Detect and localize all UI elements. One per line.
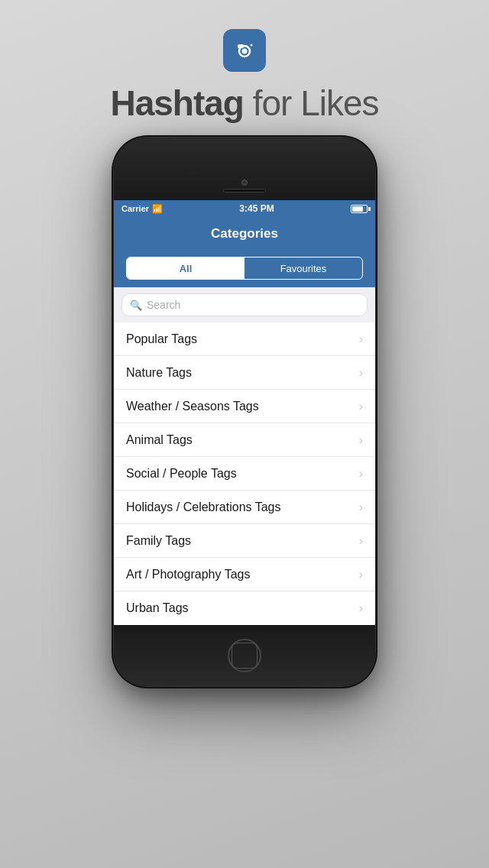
svg-point-2 — [242, 49, 248, 54]
list-item[interactable]: Popular Tags › — [114, 322, 375, 356]
list-item[interactable]: Family Tags › — [114, 524, 375, 558]
phone-mockup: Carrier 📶 3:45 PM Categories All Favou — [99, 138, 390, 686]
chevron-icon: › — [359, 467, 363, 481]
app-title-bold: Hashtag — [110, 83, 243, 123]
status-time: 3:45 PM — [239, 203, 274, 214]
search-bar[interactable]: 🔍 Search — [121, 293, 368, 316]
item-label-art: Art / Photography Tags — [126, 568, 250, 581]
app-icon — [223, 29, 266, 72]
chevron-icon: › — [359, 500, 363, 514]
list-item[interactable]: Urban Tags › — [114, 591, 375, 625]
battery-icon — [351, 205, 368, 213]
phone-screen: Carrier 📶 3:45 PM Categories All Favou — [114, 200, 375, 625]
battery-fill — [352, 206, 363, 212]
phone-speaker — [223, 189, 266, 193]
item-label-urban: Urban Tags — [126, 601, 189, 615]
chevron-icon: › — [359, 568, 363, 581]
phone-body: Carrier 📶 3:45 PM Categories All Favou — [114, 138, 375, 686]
carrier-label: Carrier — [121, 204, 149, 213]
search-icon: 🔍 — [130, 300, 142, 311]
chevron-icon: › — [359, 601, 363, 615]
phone-top-bezel — [114, 138, 375, 200]
list-item[interactable]: Art / Photography Tags › — [114, 558, 375, 591]
chevron-icon: › — [359, 534, 363, 548]
chevron-icon: › — [359, 433, 363, 447]
camera-icon — [230, 36, 259, 65]
item-label-weather: Weather / Seasons Tags — [126, 400, 259, 413]
item-label-nature: Nature Tags — [126, 366, 192, 380]
phone-bottom-bezel — [114, 625, 375, 686]
navigation-bar: Categories — [114, 217, 375, 251]
status-left: Carrier 📶 — [121, 204, 163, 214]
categories-list: Popular Tags › Nature Tags › Weather / S… — [114, 322, 375, 625]
item-label-social: Social / People Tags — [126, 467, 237, 481]
segmented-control: All Favourites — [126, 257, 363, 280]
home-button[interactable] — [228, 639, 261, 672]
segmented-wrapper: All Favourites — [114, 251, 375, 287]
chevron-icon: › — [359, 332, 363, 346]
search-placeholder: Search — [147, 299, 180, 311]
item-label-popular: Popular Tags — [126, 332, 197, 346]
svg-rect-3 — [238, 44, 244, 48]
tab-favourites[interactable]: Favourites — [244, 257, 362, 279]
status-bar: Carrier 📶 3:45 PM — [114, 200, 375, 217]
list-item[interactable]: Holidays / Celebrations Tags › — [114, 491, 375, 524]
home-button-inner — [232, 643, 257, 669]
tab-all[interactable]: All — [127, 257, 244, 279]
wifi-icon: 📶 — [152, 204, 163, 214]
list-item[interactable]: Weather / Seasons Tags › — [114, 390, 375, 423]
item-label-holidays: Holidays / Celebrations Tags — [126, 500, 280, 514]
app-title-light: for Likes — [244, 83, 379, 123]
nav-title: Categories — [211, 226, 278, 241]
phone-camera — [241, 180, 248, 186]
svg-point-4 — [251, 44, 253, 47]
list-item[interactable]: Social / People Tags › — [114, 457, 375, 491]
list-item[interactable]: Nature Tags › — [114, 356, 375, 390]
chevron-icon: › — [359, 400, 363, 413]
search-wrapper: 🔍 Search — [114, 287, 375, 322]
item-label-animal: Animal Tags — [126, 433, 193, 447]
chevron-icon: › — [359, 366, 363, 380]
item-label-family: Family Tags — [126, 534, 191, 548]
list-item[interactable]: Animal Tags › — [114, 423, 375, 457]
app-title: Hashtag for Likes — [110, 83, 378, 124]
status-right — [351, 205, 368, 213]
top-section: Hashtag for Likes — [110, 0, 378, 124]
